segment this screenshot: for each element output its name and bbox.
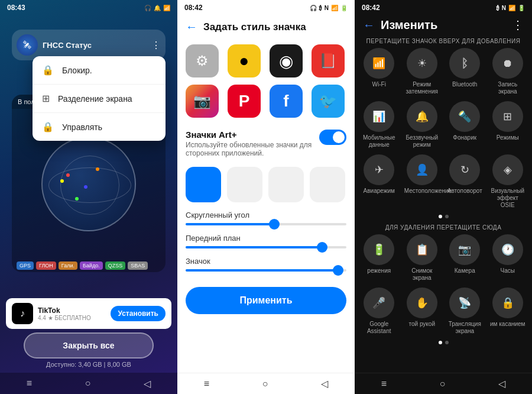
qs-item-record[interactable]: ⏺ Запись экрана — [489, 48, 527, 95]
qs-item-onehand[interactable]: ✋ той рукой — [404, 288, 441, 335]
qs-item-airplane[interactable]: ✈ Авиарежим — [361, 154, 398, 209]
install-button[interactable]: Установить — [111, 306, 166, 321]
panel2-title: Задать стиль значка — [203, 21, 306, 33]
nav-home-icon[interactable]: ○ — [85, 378, 91, 389]
delete-section-label: ДЛЯ УДАЛЕНИЯ ПЕРЕТАЩИТЕ СЮДА — [355, 221, 532, 234]
slider2-track[interactable] — [186, 246, 346, 248]
status-icons-3: ₿ N 📶 🔋 — [497, 5, 525, 11]
context-item-block[interactable]: 🔒 Блокир. — [33, 56, 166, 85]
slider2-thumb[interactable] — [317, 242, 327, 253]
airplane-qs-icon: ✈ — [364, 154, 394, 185]
qs-modes-label: Режимы — [497, 134, 519, 141]
toggle-knob — [333, 131, 345, 143]
qs-item-camera[interactable]: 📷 Камера — [446, 234, 484, 282]
back-button-3[interactable]: ← — [363, 18, 375, 32]
context-label-manage: Управлять — [62, 122, 102, 132]
shape-option-3[interactable] — [268, 167, 304, 202]
app-icon-twitter[interactable]: 🐦 — [312, 85, 345, 118]
slider3-label: Значок — [186, 257, 346, 266]
qs-dim-label: Режим затемнения — [404, 81, 440, 95]
app-icon-instagram[interactable]: 📷 — [186, 85, 219, 118]
status-bar-panel1: 08:43 🎧 🔔 📶 — [0, 0, 177, 15]
panel3-title: Изменить — [381, 18, 437, 32]
app-icon-facebook[interactable]: f — [270, 85, 303, 118]
app-icon-settings[interactable]: ⚙ — [186, 44, 219, 77]
nav-menu-icon-3[interactable]: ≡ — [381, 379, 387, 389]
slider3-thumb[interactable] — [333, 265, 343, 276]
dot-b1 — [439, 341, 442, 344]
status-time-1: 08:43 — [7, 4, 25, 12]
slider1-thumb[interactable] — [269, 219, 280, 230]
qs-item-flashlight[interactable]: 🔦 Фонарик — [446, 101, 484, 148]
qs-mobile-label: Мобильные данные — [361, 134, 397, 148]
tiktok-rating: 4.4 ★ БЕСПЛАТНО — [38, 315, 106, 321]
nav-back-icon-3[interactable]: ◁ — [498, 378, 505, 389]
qs-item-screenshot[interactable]: 📋 Снимок экрана — [404, 234, 441, 282]
slider1-label: Скругленный угол — [186, 211, 346, 219]
nav-menu-icon[interactable]: ≡ — [27, 378, 32, 389]
qs-item-dim[interactable]: ☀ Режим затемнения — [404, 48, 441, 95]
shape-option-4[interactable] — [310, 167, 345, 202]
context-item-split[interactable]: ⊞ Разделение экрана — [33, 85, 166, 113]
art-toggle[interactable] — [319, 130, 346, 145]
qs-battery-label: режения — [367, 267, 391, 274]
gnss-app-icon: 🛰 — [17, 34, 38, 56]
panel3-header-left: ← Изменить — [363, 18, 437, 32]
shape-option-2[interactable] — [227, 167, 262, 202]
context-label-split: Разделение экрана — [58, 94, 132, 104]
qs-clock-label: Часы — [501, 267, 515, 274]
app-card-menu-btn[interactable]: ⋮ — [151, 40, 161, 51]
nfc-icon-3: N — [502, 5, 506, 11]
art-text-block: Значки Art+ Используйте обновленные знач… — [186, 130, 319, 157]
battery-qs-icon: 🔋 — [364, 234, 394, 265]
apply-button[interactable]: Применить — [186, 287, 346, 314]
tiktok-icon: ♪ — [12, 303, 33, 324]
qs-item-clock[interactable]: 🕐 Часы — [489, 234, 527, 282]
slider3-track[interactable] — [186, 269, 346, 272]
qs-item-osie[interactable]: ◈ Визуальный эффект OSIE — [489, 154, 527, 209]
clock-qs-icon: 🕐 — [492, 234, 523, 265]
storage-text: Доступно: 3,40 GB | 8,00 GB — [0, 361, 177, 368]
screenshot-qs-icon: 📋 — [407, 234, 437, 265]
qs-item-bluetooth[interactable]: ᛒ Bluetooth — [446, 48, 484, 95]
qs-item-cast[interactable]: 📡 Трансляция экрана — [446, 288, 484, 335]
nav-menu-icon-2[interactable]: ≡ — [204, 379, 209, 389]
nav-home-icon-3[interactable]: ○ — [440, 379, 446, 389]
battery-icon-3: 🔋 — [518, 5, 525, 11]
slider1-track[interactable] — [186, 223, 346, 225]
context-label-block: Блокир. — [62, 66, 92, 75]
notification-icon: 🔔 — [154, 5, 161, 11]
slider3-fill — [186, 269, 338, 272]
qs-item-rotate[interactable]: ↻ Автоповорот — [446, 154, 484, 209]
qs-item-location[interactable]: 👤 Местоположение — [404, 154, 441, 209]
nav-home-icon-2[interactable]: ○ — [262, 379, 268, 389]
shape-preview-row — [177, 163, 355, 208]
qs-item-mobile[interactable]: 📊 Мобильные данные — [361, 101, 398, 148]
shape-option-1[interactable] — [186, 167, 221, 202]
qs-item-battery[interactable]: 🔋 режения — [361, 234, 398, 282]
status-bar-panel2: 08:42 🎧 ₿ N 📶 🔋 — [177, 0, 355, 15]
nav-back-icon-2[interactable]: ◁ — [321, 378, 328, 389]
nav-back-icon[interactable]: ◁ — [144, 378, 151, 389]
osie-qs-icon: ◈ — [492, 154, 523, 185]
app-icon-pinterest[interactable]: P — [228, 85, 261, 118]
app-icon-books[interactable]: 📕 — [312, 44, 345, 77]
qs-airplane-label: Авиарежим — [364, 188, 395, 195]
page-indicator-top — [355, 212, 532, 221]
globe-visual — [41, 137, 136, 231]
slider-section: Скругленный угол Передний план Значок — [177, 208, 355, 283]
qs-item-wifi[interactable]: 📶 Wi-Fi — [361, 48, 398, 95]
qs-item-touch[interactable]: 🔒 им касанием — [489, 288, 527, 335]
app-icon-yellow[interactable]: ● — [228, 44, 261, 77]
qs-flashlight-label: Фонарик — [453, 134, 476, 141]
app-icon-camera[interactable]: ◉ — [270, 44, 303, 77]
qs-item-assistant[interactable]: 🎤 Google Assistant — [361, 288, 398, 335]
panel3-menu-btn[interactable]: ⋮ — [512, 18, 524, 32]
close-all-button[interactable]: Закрыть все — [24, 332, 154, 359]
context-item-manage[interactable]: 🔒 Управлять — [33, 113, 166, 141]
back-button-2[interactable]: ← — [186, 20, 197, 34]
dim-qs-icon: ☀ — [407, 48, 437, 79]
qs-item-modes[interactable]: ⊞ Режимы — [489, 101, 527, 148]
qs-item-silent[interactable]: 🔔 Беззвучный режим — [404, 101, 441, 148]
slider1-fill — [186, 223, 274, 225]
